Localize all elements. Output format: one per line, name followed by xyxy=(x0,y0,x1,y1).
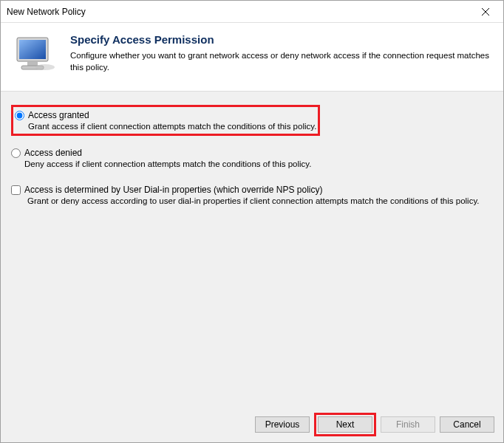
radio-access-granted[interactable] xyxy=(15,111,24,120)
highlight-access-granted: Access granted Grant access if client co… xyxy=(11,105,320,136)
desc-dialin: Grant or deny access according to user d… xyxy=(27,196,493,205)
header-title: Specify Access Permission xyxy=(70,33,496,46)
header-monitor-icon xyxy=(13,33,55,76)
svg-rect-4 xyxy=(19,40,46,59)
titlebar: New Network Policy xyxy=(1,1,503,23)
close-button[interactable] xyxy=(471,1,500,22)
label-access-granted: Access granted xyxy=(28,110,89,120)
previous-button[interactable]: Previous xyxy=(255,416,310,433)
finish-button[interactable]: Finish xyxy=(381,416,435,433)
close-icon xyxy=(482,8,489,16)
label-access-denied: Access denied xyxy=(24,148,82,158)
desc-access-granted: Grant access if client connection attemp… xyxy=(28,122,316,131)
radio-access-denied[interactable] xyxy=(11,148,21,158)
label-dialin: Access is determined by User Dial-in pro… xyxy=(24,185,322,195)
desc-access-denied: Deny access if client connection attempt… xyxy=(24,159,493,168)
svg-point-7 xyxy=(35,64,55,70)
dialog-content: Access granted Grant access if client co… xyxy=(1,92,503,407)
dialog-header: Specify Access Permission Configure whet… xyxy=(1,23,503,92)
svg-rect-5 xyxy=(27,61,38,66)
header-description: Configure whether you want to grant netw… xyxy=(70,50,496,73)
highlight-next: Next xyxy=(314,413,376,436)
window-title: New Network Policy xyxy=(7,7,471,17)
checkbox-dialin[interactable] xyxy=(11,185,21,195)
next-button[interactable]: Next xyxy=(318,416,372,433)
dialog-footer: Previous Next Finish Cancel xyxy=(1,407,503,442)
cancel-button[interactable]: Cancel xyxy=(440,416,494,433)
dialog-window: New Network Policy xyxy=(0,0,504,443)
